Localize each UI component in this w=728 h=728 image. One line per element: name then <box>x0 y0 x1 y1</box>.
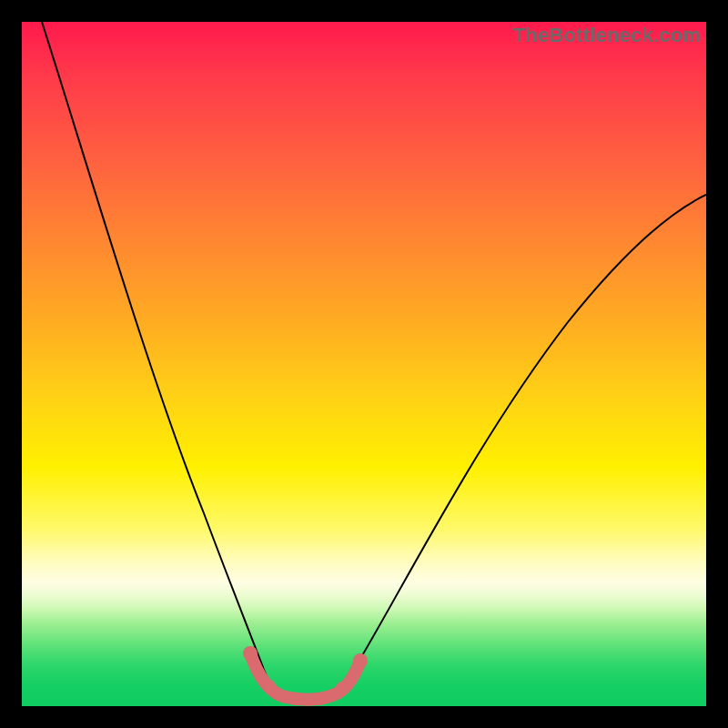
highlight-dot-4 <box>314 693 327 705</box>
chart-svg <box>22 22 706 706</box>
chart-frame: TheBottleneck.com <box>22 22 706 706</box>
highlight-dot-right <box>353 653 368 668</box>
highlight-dot-3 <box>288 693 301 705</box>
highlight-dot-left <box>243 646 258 661</box>
highlight-dot-2 <box>263 680 276 693</box>
highlight-dot-5 <box>336 682 349 694</box>
curve-left-branch <box>42 22 264 670</box>
curve-right-branch <box>355 195 706 668</box>
